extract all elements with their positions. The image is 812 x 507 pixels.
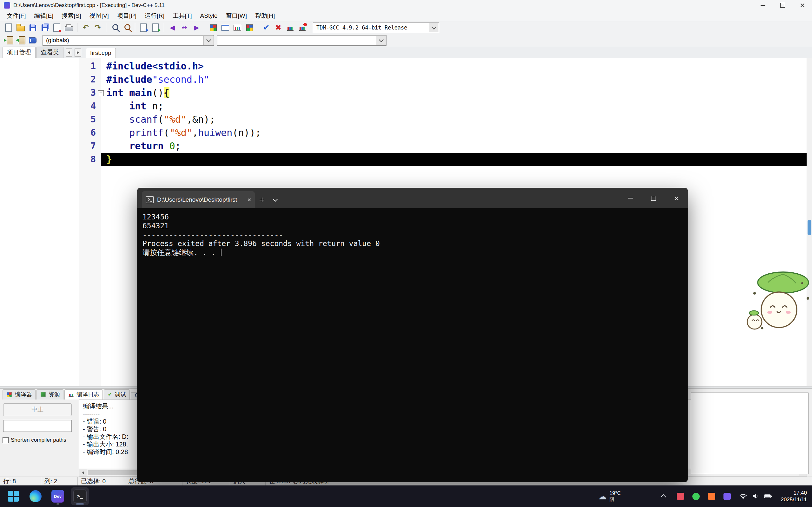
taskbar-apps [0, 487, 89, 505]
tab-debug[interactable]: ✔调试 [104, 389, 130, 399]
chevron-down-icon[interactable] [376, 36, 386, 45]
tab-project-manager[interactable]: 项目管理 [3, 47, 36, 58]
forward-button[interactable]: ▶ [190, 22, 202, 33]
toolbar-second-buttons [3, 35, 39, 46]
tray-app-icon-violet[interactable] [723, 493, 731, 500]
terminal-title-bar[interactable]: D:\Users\Lenovo\Desktop\first [137, 188, 688, 208]
console-body[interactable]: 123456654321----------------------------… [137, 208, 688, 261]
menu-view[interactable]: 视图[V] [85, 10, 113, 21]
fold-marker[interactable]: − [98, 90, 104, 96]
tray-app-icon-orange[interactable] [708, 493, 715, 500]
tab-resources[interactable]: 资源 [37, 389, 63, 399]
volume-icon[interactable] [751, 492, 760, 500]
goto-function-button[interactable] [27, 35, 39, 46]
minimize-icon [628, 198, 633, 199]
menu-tools[interactable]: 工具[T] [168, 10, 196, 21]
terminal-tab[interactable]: D:\Users\Lenovo\Desktop\first [142, 191, 255, 208]
tray-expand-chevron[interactable] [661, 494, 666, 500]
run-button[interactable] [219, 22, 231, 33]
menu-search[interactable]: 搜索[S] [57, 10, 85, 21]
terminal-window[interactable]: D:\Users\Lenovo\Desktop\first 1234566543… [137, 188, 688, 482]
wifi-icon[interactable] [739, 492, 747, 500]
minimize-button[interactable] [753, 0, 773, 10]
battery-icon[interactable] [764, 492, 772, 500]
rebuild-all-button[interactable] [243, 22, 255, 33]
terminal-maximize-button[interactable] [642, 188, 665, 208]
tab-compiler[interactable]: 编译器 [3, 389, 36, 399]
members-combo[interactable] [217, 35, 387, 46]
tab-dropdown-button[interactable] [269, 191, 282, 208]
console-line: 654321 [143, 221, 682, 230]
weather-widget[interactable]: 19°C 阴 [598, 490, 621, 502]
start-button[interactable] [4, 487, 22, 505]
scrollbar-thumb[interactable] [808, 220, 811, 235]
taskbar-terminal-button[interactable] [71, 487, 89, 505]
windows-logo-icon [8, 491, 19, 502]
terminal-close-button[interactable] [665, 188, 688, 208]
syntax-check-button[interactable]: ✔ [260, 22, 272, 33]
replace-button[interactable] [120, 22, 133, 33]
new-tab-button[interactable] [255, 191, 269, 208]
taskbar-clock[interactable]: 17:40 2025/11/11 [780, 490, 807, 503]
shorten-paths-checkbox[interactable] [3, 437, 9, 443]
taskbar-devcpp-button[interactable] [49, 487, 67, 505]
scroll-left-button[interactable] [79, 469, 87, 476]
goto-definition-button[interactable] [137, 22, 149, 33]
tray-app-icons [677, 493, 731, 500]
tab-compile-log[interactable]: 编译日志 [64, 389, 103, 399]
globals-combo-value: (globals) [46, 37, 69, 44]
profile-button[interactable] [284, 22, 296, 33]
close-file-button[interactable] [51, 22, 63, 33]
abort-compilation-button[interactable]: ✖ [272, 22, 284, 33]
menu-file[interactable]: 文件[F] [3, 10, 30, 21]
tab-scroll-left-button[interactable] [66, 49, 72, 57]
globals-combo[interactable]: (globals) [43, 35, 214, 46]
abort-button[interactable]: 中止 [3, 403, 72, 416]
menu-window[interactable]: 窗口[W] [221, 10, 251, 21]
compiler-combo[interactable]: TDM-GCC 4.9.2 64-bit Release [313, 22, 439, 33]
code-line: #include<stdio.h> [101, 60, 807, 73]
compile-button[interactable] [207, 22, 219, 33]
profile-analysis-button[interactable] [296, 22, 308, 33]
find-button[interactable] [108, 22, 120, 33]
close-button[interactable] [792, 0, 812, 10]
res-icon [41, 392, 46, 397]
tab-class-browser[interactable]: 查看类 [37, 47, 63, 58]
save-all-button[interactable] [39, 22, 51, 33]
terminal-tab-title: D:\Users\Lenovo\Desktop\first [157, 196, 244, 203]
menu-astyle[interactable]: AStyle [196, 10, 222, 21]
project-manager-panel[interactable] [0, 58, 79, 388]
compile-run-button[interactable] [231, 22, 243, 33]
toggle-bookmark-button[interactable] [15, 35, 27, 46]
back-button[interactable]: ◀ [166, 22, 178, 33]
tab-scroll-right-button[interactable] [74, 49, 81, 57]
print-button[interactable] [63, 22, 75, 33]
goto-declaration-button[interactable] [149, 22, 161, 33]
terminal-tab-close-button[interactable] [248, 198, 251, 202]
chevron-down-icon[interactable] [203, 36, 213, 45]
tray-app-icon-red[interactable] [677, 493, 684, 500]
maximize-button[interactable] [773, 0, 792, 10]
editor-gutter: 123−45678 [79, 58, 101, 386]
menu-run[interactable]: 运行[R] [141, 10, 168, 21]
taskbar-edge-button[interactable] [27, 487, 44, 505]
new-file-button[interactable] [3, 22, 15, 33]
editor-vertical-scrollbar[interactable] [807, 58, 812, 386]
menu-edit[interactable]: 编辑[E] [30, 10, 57, 21]
undo-icon: ↶ [83, 24, 89, 32]
nav-back-icon: ◀ [170, 24, 175, 31]
swap-header-source-button[interactable]: ↔ [178, 22, 190, 33]
insert-snippet-button[interactable] [3, 35, 15, 46]
redo-button[interactable]: ↷ [92, 22, 104, 33]
editor-tab-first-cpp[interactable]: first.cpp [86, 48, 116, 58]
open-file-button[interactable] [15, 22, 27, 33]
menu-project[interactable]: 项目[P] [113, 10, 141, 21]
tray-app-icon-green[interactable] [692, 493, 700, 500]
terminal-minimize-button[interactable] [619, 188, 642, 208]
system-tray-icons[interactable] [739, 492, 772, 500]
save-button[interactable] [27, 22, 39, 33]
gutter-line: 2 [79, 73, 101, 86]
menu-help[interactable]: 帮助[H] [251, 10, 279, 21]
undo-button[interactable]: ↶ [80, 22, 92, 33]
chevron-down-icon[interactable] [429, 23, 439, 32]
